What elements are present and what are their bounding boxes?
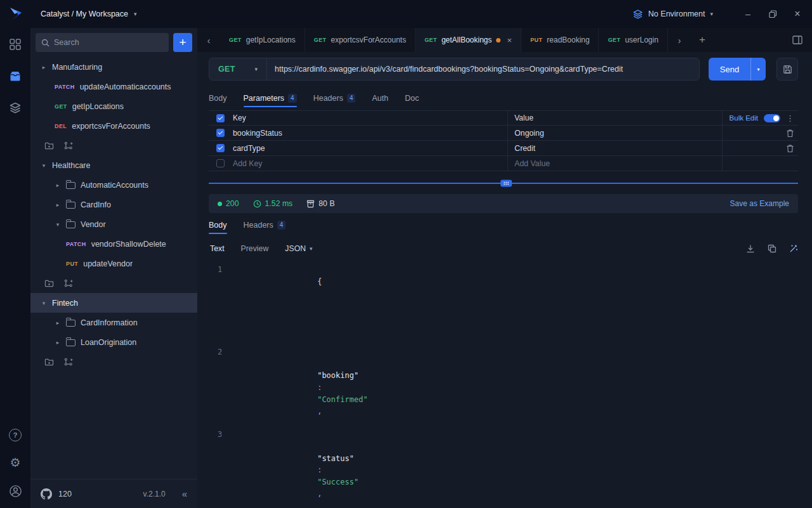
tree-row[interactable]: PUT updateVendor	[30, 254, 197, 273]
environment-selector[interactable]: No Environment ▾	[632, 9, 713, 20]
tree-row[interactable]: ▾ Vendor	[30, 214, 197, 234]
expand-caret-icon[interactable]: ▾	[55, 221, 61, 228]
view-preview-tab[interactable]: Preview	[241, 244, 269, 253]
request-tab[interactable]: GET userLogin	[599, 28, 667, 52]
tree-row[interactable]	[30, 273, 197, 293]
tree-row[interactable]: GET getIpLocations	[30, 96, 197, 116]
add-request-flow-icon[interactable]	[64, 358, 74, 366]
add-folder-icon[interactable]	[44, 141, 54, 150]
add-folder-icon[interactable]	[44, 358, 54, 366]
panel-splitter[interactable]	[209, 183, 798, 184]
tree-row[interactable]: PATCH vendorShallowDelete	[30, 234, 197, 254]
expand-caret-icon[interactable]: ▸	[55, 320, 61, 326]
param-checkbox[interactable]	[216, 159, 225, 167]
beautify-wand-icon[interactable]	[789, 244, 798, 253]
expand-caret-icon[interactable]: ▾	[41, 162, 47, 169]
collections-icon[interactable]	[8, 69, 22, 83]
close-window-button[interactable]: ×	[793, 10, 802, 18]
tree-row[interactable]: ▾ Fintech	[30, 293, 197, 313]
url-input[interactable]	[267, 65, 699, 74]
tree-row[interactable]: ▸ CardInformation	[30, 313, 197, 332]
add-key-placeholder[interactable]: Add Key	[232, 159, 508, 168]
save-as-example-link[interactable]: Save as Example	[730, 199, 789, 208]
apps-grid-icon[interactable]	[9, 38, 22, 51]
expand-caret-icon[interactable]: ▸	[55, 339, 61, 346]
search-input[interactable]	[54, 38, 163, 47]
request-section-tab[interactable]: Auth	[372, 86, 388, 110]
add-request-flow-icon[interactable]	[64, 279, 74, 287]
splitter-handle[interactable]	[501, 180, 512, 187]
minimize-button[interactable]: –	[743, 10, 752, 18]
add-folder-icon[interactable]	[44, 279, 54, 287]
github-icon[interactable]	[41, 488, 52, 500]
param-row[interactable]: cardType Credit	[209, 141, 798, 156]
tree-row[interactable]	[30, 136, 197, 155]
tree-row[interactable]: ▸ AutomaticAccounts	[30, 175, 197, 195]
delete-param-icon[interactable]	[786, 129, 794, 138]
request-tab[interactable]: GET getAllBookings ×	[416, 28, 521, 52]
param-key[interactable]: cardType	[232, 144, 508, 153]
tree-row[interactable]: ▸ LoanOrigination	[30, 332, 197, 352]
help-icon[interactable]: ?	[9, 429, 22, 441]
layout-panes-icon[interactable]	[783, 28, 812, 52]
tree-row[interactable]: ▸ Manufacturing	[30, 57, 197, 77]
section-tab-label: Auth	[372, 94, 388, 103]
scroll-tabs-right-icon[interactable]: ›	[668, 28, 691, 52]
close-tab-icon[interactable]: ×	[507, 36, 512, 45]
select-all-checkbox[interactable]	[216, 114, 225, 122]
request-tab[interactable]: GET exportcsvForAccounts	[305, 28, 416, 52]
view-text-tab[interactable]: Text	[210, 244, 225, 253]
request-section-tab[interactable]: Doc	[405, 86, 419, 110]
add-request-flow-icon[interactable]	[64, 141, 74, 150]
copy-response-icon[interactable]	[768, 244, 776, 253]
add-param-row[interactable]: Add Key Add Value	[209, 156, 798, 171]
param-checkbox[interactable]	[216, 144, 225, 152]
param-value[interactable]: Credit	[508, 141, 722, 155]
expand-caret-icon[interactable]: ▸	[55, 182, 61, 188]
expand-caret-icon[interactable]: ▾	[41, 300, 47, 306]
params-menu-kebab-icon[interactable]: ⋮	[786, 114, 794, 123]
environments-stack-icon[interactable]	[9, 101, 22, 114]
account-icon[interactable]	[9, 485, 22, 498]
response-section-tab[interactable]: Body	[209, 213, 227, 237]
settings-gear-icon[interactable]: ⚙	[10, 457, 20, 469]
tree-row[interactable]: DEL exportcsvForAccounts	[30, 116, 197, 136]
expand-caret-icon[interactable]: ▸	[41, 64, 47, 70]
tree-row[interactable]: PATCH updateAutomaticaccounts	[30, 77, 197, 96]
collapse-sidebar-icon[interactable]: «	[182, 488, 187, 499]
chevron-down-icon: ▾	[710, 11, 713, 17]
tab-title: readBooking	[547, 36, 589, 44]
format-select[interactable]: JSON ▾	[285, 244, 312, 253]
workspace-switcher[interactable]: Catalyst / My Workspace ▾	[41, 10, 137, 18]
new-button[interactable]: +	[173, 33, 192, 52]
param-checkbox[interactable]	[216, 129, 225, 137]
save-request-button[interactable]	[776, 58, 798, 81]
response-section-tab[interactable]: Headers 4	[244, 213, 286, 237]
topbar: Catalyst / My Workspace ▾ No Environment…	[0, 0, 812, 28]
request-section-tab[interactable]: Headers 4	[313, 86, 356, 110]
method-select[interactable]: GET ▾	[209, 65, 266, 74]
request-tab[interactable]: GET getIpLocations	[220, 28, 305, 52]
params-header-row: Key Value Bulk Edit ⋮	[209, 110, 798, 126]
bulk-edit-toggle[interactable]	[764, 114, 780, 122]
unsaved-dot	[496, 38, 501, 42]
download-response-icon[interactable]	[746, 244, 755, 253]
new-tab-button[interactable]: +	[691, 28, 714, 52]
request-section-tab[interactable]: Body	[209, 86, 227, 110]
scroll-tabs-left-icon[interactable]: ‹	[197, 28, 220, 52]
request-tab[interactable]: PUT readBooking	[521, 28, 599, 52]
send-options-caret-icon[interactable]: ▾	[750, 58, 766, 81]
send-button[interactable]: Send	[709, 58, 750, 81]
param-key[interactable]: bookingStatus	[232, 129, 508, 138]
param-row[interactable]: bookingStatus Ongoing	[209, 126, 798, 141]
add-value-placeholder[interactable]: Add Value	[508, 156, 722, 171]
delete-param-icon[interactable]	[786, 144, 794, 153]
expand-caret-icon[interactable]: ▸	[55, 202, 61, 208]
request-section-tab[interactable]: Parameters 4	[244, 86, 297, 110]
tree-row[interactable]	[30, 352, 197, 372]
tree-row[interactable]: ▸ CardInfo	[30, 195, 197, 214]
restore-button[interactable]	[768, 10, 777, 18]
bulk-edit-link[interactable]: Bulk Edit	[730, 114, 758, 122]
tree-row[interactable]: ▾ Healthcare	[30, 155, 197, 175]
param-value[interactable]: Ongoing	[508, 126, 722, 140]
